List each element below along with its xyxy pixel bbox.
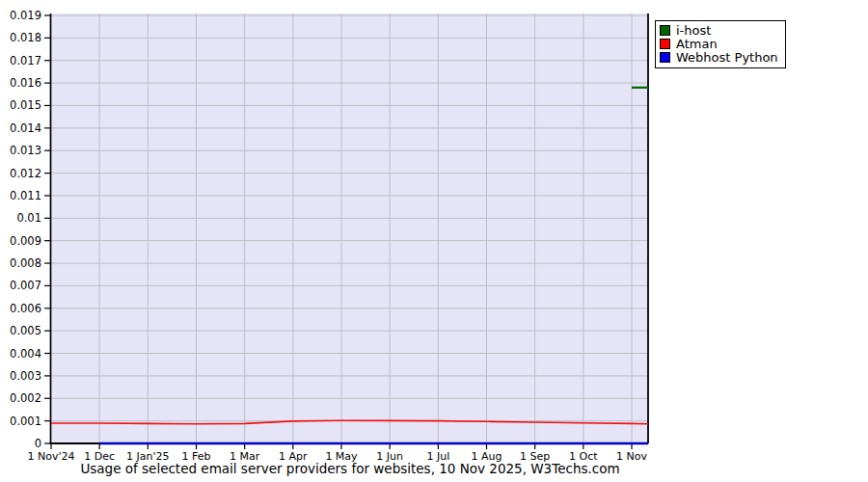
- svg-text:0.015: 0.015: [10, 98, 41, 112]
- svg-text:0.008: 0.008: [10, 256, 41, 270]
- line-chart-canvas: 00.0010.0020.0030.0040.0050.0060.0070.00…: [0, 0, 868, 482]
- svg-text:0.013: 0.013: [10, 144, 41, 157]
- svg-text:0.014: 0.014: [10, 121, 41, 135]
- svg-text:0.001: 0.001: [10, 415, 41, 428]
- legend-swatch-i-host-icon: [660, 25, 670, 36]
- legend-item-i-host: i-host: [660, 24, 778, 37]
- svg-text:0.005: 0.005: [10, 324, 41, 337]
- legend-swatch-webhost-python-icon: [660, 52, 670, 63]
- legend-item-webhost-python: Webhost Python: [660, 51, 778, 64]
- svg-text:0.016: 0.016: [10, 76, 41, 90]
- svg-text:0.002: 0.002: [10, 391, 41, 405]
- svg-text:0.004: 0.004: [10, 347, 41, 361]
- w3techs-usage-chart-screen: 00.0010.0020.0030.0040.0050.0060.0070.00…: [0, 0, 868, 482]
- legend-item-atman: Atman: [660, 38, 778, 50]
- svg-text:0.006: 0.006: [10, 302, 41, 315]
- svg-text:0.01: 0.01: [16, 211, 41, 225]
- svg-text:0.003: 0.003: [10, 369, 41, 383]
- svg-text:0.012: 0.012: [10, 167, 41, 180]
- chart-legend: i-host Atman Webhost Python: [655, 20, 786, 68]
- svg-text:0.011: 0.011: [10, 189, 41, 202]
- svg-text:0.019: 0.019: [10, 9, 41, 22]
- legend-label-webhost-python: Webhost Python: [676, 51, 778, 64]
- legend-swatch-atman-icon: [660, 39, 670, 49]
- chart-title: Usage of selected email server providers…: [51, 461, 649, 476]
- svg-text:0.009: 0.009: [10, 234, 41, 248]
- svg-text:0.017: 0.017: [10, 54, 41, 67]
- svg-text:0.018: 0.018: [10, 31, 41, 44]
- legend-label-atman: Atman: [676, 38, 718, 50]
- svg-text:0.007: 0.007: [10, 279, 41, 292]
- svg-text:0: 0: [35, 437, 41, 450]
- legend-label-i-host: i-host: [676, 24, 711, 37]
